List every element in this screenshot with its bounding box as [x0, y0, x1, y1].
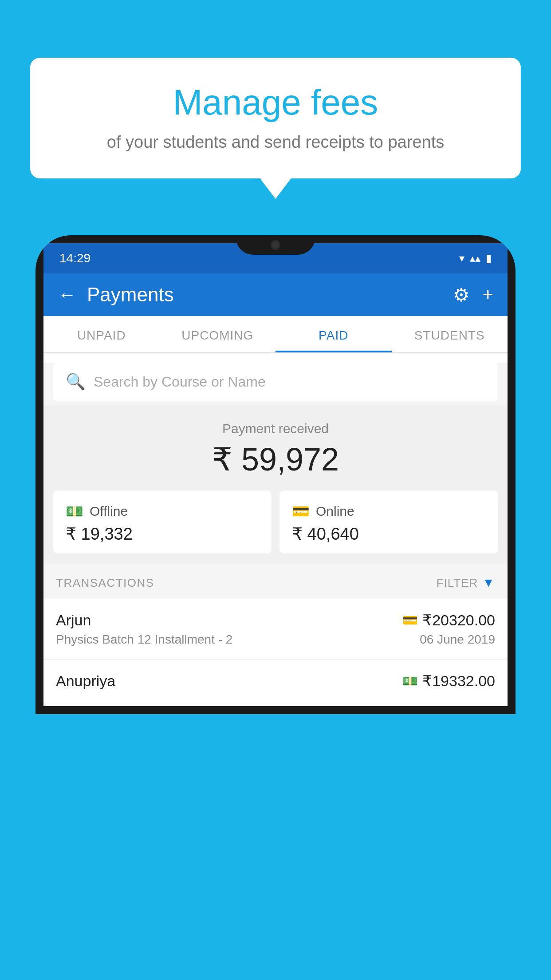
add-icon[interactable]: +: [482, 284, 493, 305]
transaction-row[interactable]: Anupriya 💵 ₹19332.00: [43, 660, 508, 706]
search-placeholder: Search by Course or Name: [94, 374, 266, 390]
tabs-container: UNPAID UPCOMING PAID STUDENTS: [43, 316, 508, 353]
tab-upcoming[interactable]: UPCOMING: [160, 316, 276, 352]
tab-paid[interactable]: PAID: [276, 316, 392, 352]
transaction-amount: ₹20320.00: [422, 611, 495, 629]
tab-unpaid[interactable]: UNPAID: [43, 316, 160, 352]
transaction-cash-icon: 💵: [402, 674, 418, 688]
transaction-course: Physics Batch 12 Installment - 2: [56, 632, 232, 647]
transaction-bottom: Physics Batch 12 Installment - 2 06 June…: [56, 632, 495, 647]
settings-icon[interactable]: ⚙: [453, 284, 470, 306]
offline-card-top: 💵 Offline: [66, 503, 259, 520]
speech-bubble-subtitle: of your students and send receipts to pa…: [57, 133, 494, 152]
phone-screen: 14:29 ▾ ▴▴ ▮ ← Payments ⚙ + UNPAID: [43, 243, 508, 706]
tab-students[interactable]: STUDENTS: [392, 316, 508, 352]
header-icons: ⚙ +: [453, 284, 493, 306]
speech-bubble-title: Manage fees: [57, 82, 494, 123]
transaction-name: Anupriya: [56, 672, 115, 690]
filter-button[interactable]: FILTER ▼: [437, 576, 495, 590]
offline-card: 💵 Offline ₹ 19,332: [53, 490, 272, 553]
filter-label: FILTER: [437, 576, 478, 590]
online-amount: ₹ 40,640: [292, 524, 485, 544]
transaction-name: Arjun: [56, 612, 91, 629]
transaction-top: Arjun 💳 ₹20320.00: [56, 611, 495, 629]
speech-bubble: Manage fees of your students and send re…: [30, 58, 521, 178]
transaction-card-icon: 💳: [402, 613, 418, 628]
screen-content: 🔍 Search by Course or Name Payment recei…: [43, 363, 508, 706]
status-time: 14:29: [59, 251, 91, 265]
search-bar[interactable]: 🔍 Search by Course or Name: [53, 363, 498, 401]
offline-icon: 💵: [66, 503, 83, 520]
phone: 14:29 ▾ ▴▴ ▮ ← Payments ⚙ + UNPAID: [35, 235, 516, 980]
transactions-label: TRANSACTIONS: [56, 576, 154, 590]
phone-outer: 14:29 ▾ ▴▴ ▮ ← Payments ⚙ + UNPAID: [35, 235, 516, 714]
transaction-amount-wrapper: 💳 ₹20320.00: [402, 611, 495, 629]
notch: [236, 235, 315, 255]
battery-icon: ▮: [486, 252, 492, 265]
status-icons: ▾ ▴▴ ▮: [459, 252, 492, 265]
signal-icon: ▴▴: [470, 252, 480, 265]
camera: [271, 240, 280, 250]
transaction-top: Anupriya 💵 ₹19332.00: [56, 672, 495, 690]
online-label: Online: [316, 504, 354, 519]
speech-bubble-container: Manage fees of your students and send re…: [30, 58, 521, 178]
wifi-icon: ▾: [459, 252, 464, 265]
transaction-date: 06 June 2019: [420, 632, 495, 647]
offline-amount: ₹ 19,332: [66, 524, 259, 544]
offline-label: Offline: [90, 504, 128, 519]
online-card-top: 💳 Online: [292, 503, 485, 520]
payment-received-section: Payment received ₹ 59,972: [43, 405, 508, 490]
payment-received-amount: ₹ 59,972: [43, 441, 508, 478]
online-icon: 💳: [292, 503, 310, 520]
back-button[interactable]: ←: [58, 284, 76, 305]
filter-icon: ▼: [482, 576, 495, 590]
header-title: Payments: [87, 284, 453, 306]
payment-cards: 💵 Offline ₹ 19,332 💳 Online ₹ 40,640: [43, 490, 508, 563]
payment-received-label: Payment received: [43, 421, 508, 436]
search-icon: 🔍: [66, 372, 86, 391]
online-card: 💳 Online ₹ 40,640: [279, 490, 498, 553]
app-header: ← Payments ⚙ +: [43, 273, 508, 316]
transaction-amount-wrapper: 💵 ₹19332.00: [402, 672, 495, 690]
transaction-row[interactable]: Arjun 💳 ₹20320.00 Physics Batch 12 Insta…: [43, 599, 508, 660]
transactions-header: TRANSACTIONS FILTER ▼: [43, 563, 508, 599]
transaction-amount: ₹19332.00: [422, 672, 495, 690]
